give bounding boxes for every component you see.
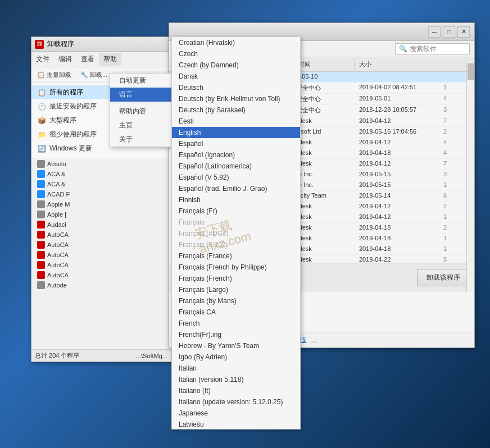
- list-item[interactable]: AutoCA: [33, 270, 170, 280]
- batch-icon: 📋: [37, 71, 45, 79]
- lang-item[interactable]: Japanese: [172, 408, 300, 419]
- lang-item[interactable]: Czech: [172, 48, 300, 60]
- lang-item[interactable]: French(Fr).ing: [172, 329, 300, 340]
- rarely-icon: 📁: [37, 130, 46, 139]
- cell-date: [355, 72, 439, 82]
- lang-item-grayed[interactable]: Français (5.102): [172, 239, 300, 250]
- lang-item[interactable]: French: [172, 318, 300, 329]
- cell-date: 2019-05-15: [355, 180, 439, 190]
- list-item[interactable]: Audaci: [33, 220, 170, 230]
- lang-item-english[interactable]: English: [172, 127, 300, 138]
- search-icon: 🔍: [399, 45, 407, 53]
- cell-date: 2019-04-12: [355, 138, 439, 148]
- scrollbar[interactable]: [466, 62, 474, 292]
- scroll-thumb[interactable]: [468, 63, 474, 80]
- cell-date: 2019-05-14: [355, 191, 439, 201]
- lang-item[interactable]: Croatian (Hrvatski): [172, 37, 300, 48]
- main-menubar: 文件 编辑 查看 帮助: [31, 52, 171, 67]
- cell-date: 2019-05-15: [355, 170, 439, 180]
- lang-item[interactable]: Français (by Mans): [172, 295, 300, 307]
- lang-item[interactable]: Deutsch: [172, 82, 300, 93]
- program-list: Absolu ACA & ACA & ACAD F Apple M Apple …: [31, 158, 171, 291]
- cell-date: 2019-04-18: [355, 148, 439, 158]
- cell-date: 2019-04-22: [355, 255, 439, 263]
- prog-icon: [37, 251, 45, 259]
- prog-icon: [37, 271, 45, 279]
- cell-date: 2019-04-12: [355, 116, 439, 126]
- list-item[interactable]: ACA &: [33, 179, 170, 189]
- prog-icon: [37, 231, 45, 239]
- lang-item[interactable]: Dansk: [172, 71, 300, 82]
- lang-item[interactable]: Eesti: [172, 116, 300, 127]
- cell-date: 2019-04-12: [355, 159, 439, 169]
- lang-item[interactable]: Italiano (It): [172, 385, 300, 396]
- menu-view[interactable]: 查看: [76, 53, 99, 66]
- search-input[interactable]: [410, 45, 466, 53]
- lang-item-grayed[interactable]: Français (#DG#): [172, 228, 300, 239]
- prog-icon: [37, 180, 45, 188]
- list-item[interactable]: Apple M: [33, 199, 170, 209]
- cell-date: 2019-04-18: [355, 223, 439, 233]
- list-item[interactable]: AutoCA: [33, 250, 170, 260]
- lang-item[interactable]: Deutsch (by Erik-Hellmut von Toll): [172, 93, 300, 104]
- list-item[interactable]: ACAD F: [33, 189, 170, 199]
- lang-item[interactable]: Español (Latinoamerica): [172, 161, 300, 172]
- uninstall-button[interactable]: 卸载该程序: [417, 269, 470, 286]
- lang-item[interactable]: Italiano (update version: 5.12.0.25): [172, 396, 300, 408]
- lang-item[interactable]: Italian: [172, 363, 300, 374]
- list-item[interactable]: Absolu: [33, 159, 170, 169]
- lang-item[interactable]: Français CA: [172, 307, 300, 318]
- forced-icon: 🔧: [80, 71, 88, 79]
- batch-uninstall-btn[interactable]: 📋 批量卸载: [34, 70, 75, 80]
- cell-date: 2018-12-28 10:05:57: [355, 105, 439, 116]
- list-item[interactable]: Autode: [33, 280, 170, 290]
- close-button[interactable]: ✕: [457, 26, 470, 38]
- lang-item[interactable]: Deutsch (by Sarakael): [172, 104, 300, 116]
- list-item[interactable]: AutoCA: [33, 260, 170, 270]
- list-item[interactable]: AutoCA: [33, 230, 170, 240]
- all-programs-icon: 📋: [37, 88, 46, 97]
- lang-item[interactable]: Italian (version 5.118): [172, 374, 300, 385]
- lang-item[interactable]: Español (trad. Emilio J. Grao): [172, 183, 300, 194]
- lang-item[interactable]: Español (Ignacion): [172, 149, 300, 161]
- lang-item[interactable]: Français (French by Philippe): [172, 262, 300, 273]
- main-status-bar: 总计 204 个程序 ...\SoftMg...: [31, 349, 171, 362]
- minimize-button[interactable]: ─: [428, 26, 441, 38]
- lang-item[interactable]: Igbo (By Adrien): [172, 351, 300, 363]
- prog-icon: [37, 200, 45, 208]
- list-item[interactable]: ACA &: [33, 169, 170, 179]
- list-item[interactable]: AutoCA: [33, 240, 170, 250]
- cell-date: 2019-04-18: [355, 244, 439, 254]
- lang-item[interactable]: Español: [172, 138, 300, 149]
- list-item[interactable]: Apple [: [33, 209, 170, 220]
- lang-item[interactable]: Español (V 5.92): [172, 172, 300, 183]
- search-box: 🔍: [395, 43, 470, 54]
- col-header-size[interactable]: 大小: [355, 59, 388, 70]
- program-count: 总计 204 个程序: [35, 351, 79, 360]
- lang-item-grayed[interactable]: Français: [172, 217, 300, 228]
- lang-item[interactable]: Français (Fr): [172, 205, 300, 217]
- cell-date: 2019-05-16 17:04:56: [355, 127, 439, 137]
- cell-date: 2019-05-01: [355, 94, 439, 104]
- prog-icon: [37, 221, 45, 228]
- menu-file[interactable]: 文件: [31, 53, 54, 66]
- maximize-button[interactable]: □: [443, 26, 455, 38]
- lang-item[interactable]: Hebrew - By Yaron'S Team: [172, 340, 300, 351]
- lang-item[interactable]: Français (France): [172, 250, 300, 262]
- lang-item[interactable]: Czech (by Damned): [172, 60, 300, 71]
- language-submenu: Croatian (Hrvatski) Czech Czech (by Damn…: [171, 36, 301, 429]
- prog-icon: [37, 211, 45, 218]
- menu-edit[interactable]: 编辑: [54, 53, 76, 66]
- prog-icon: [37, 160, 45, 168]
- lang-item[interactable]: Finnish: [172, 194, 300, 205]
- prog-icon: [37, 281, 45, 289]
- forced-uninstall-btn[interactable]: 🔧 卸载...: [77, 70, 111, 80]
- prog-icon: [37, 190, 45, 198]
- lang-item[interactable]: Français (Largo): [172, 284, 300, 295]
- update-icon: 🔄: [37, 144, 46, 153]
- lang-item[interactable]: Français (French): [172, 273, 300, 284]
- menu-help[interactable]: 帮助: [99, 53, 121, 66]
- prog-icon: [37, 170, 45, 178]
- extra-dots[interactable]: ...: [311, 336, 316, 344]
- lang-item[interactable]: Latviešu: [172, 419, 300, 429]
